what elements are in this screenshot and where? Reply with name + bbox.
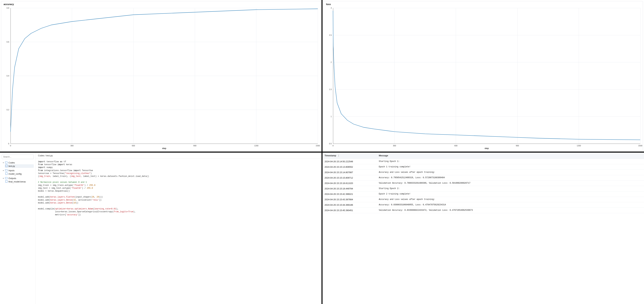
file-tree: ▾Codestest.py▾Inputsmodel_config▾Outputs… bbox=[2, 161, 34, 184]
log-timestamp: 2024-04-26 15:15:14.807887 bbox=[322, 170, 377, 175]
file-item[interactable]: test.py bbox=[5, 164, 34, 168]
code-line: # Normalize pixel values between 0 and 1 bbox=[38, 181, 319, 184]
svg-text:1200: 1200 bbox=[577, 144, 581, 147]
svg-text:1500: 1500 bbox=[638, 144, 642, 147]
svg-text:0.2: 0.2 bbox=[6, 109, 9, 111]
svg-text:3: 3 bbox=[331, 7, 332, 9]
accuracy-chart-svg[interactable]: 00.20.40.60.8030060090012001500step bbox=[1, 6, 320, 150]
file-label: final_model.keras bbox=[8, 180, 26, 183]
code-line: img_test = img_test.astype('float32') / … bbox=[38, 187, 319, 190]
folder-icon bbox=[5, 169, 8, 172]
svg-text:600: 600 bbox=[454, 144, 458, 147]
log-header-ts-label: Timestamp bbox=[324, 154, 336, 157]
code-area: Codes / test.py import tensorflow as tff… bbox=[36, 152, 322, 304]
folder-icon bbox=[5, 162, 8, 164]
log-message: Accuracy: 0.7958541512489319, Loss: 0.57… bbox=[377, 175, 644, 180]
code-line: img_train = img_train.astype('float32') … bbox=[38, 184, 319, 187]
svg-text:1500: 1500 bbox=[316, 144, 320, 147]
loss-chart-title: loss bbox=[324, 1, 643, 6]
log-message: Epoch 1 training complete! bbox=[377, 164, 644, 170]
svg-text:0: 0 bbox=[10, 144, 11, 147]
file-sidebar: ▾Codestest.py▾Inputsmodel_config▾Outputs… bbox=[0, 152, 36, 304]
log-row[interactable]: 2024-04-26 15:15:45.390451Validation Acc… bbox=[322, 208, 644, 213]
log-row[interactable]: 2024-04-26 15:14:50.222548Starting Epoch… bbox=[322, 159, 644, 164]
file-icon bbox=[6, 180, 8, 183]
code-panel: ▾Codestest.py▾Inputsmodel_config▾Outputs… bbox=[0, 152, 322, 304]
log-row[interactable]: 2024-04-26 15:15:14.807887Accuracy and L… bbox=[322, 170, 644, 175]
svg-text:600: 600 bbox=[132, 144, 135, 147]
log-timestamp: 2024-04-26 15:15:43.387664 bbox=[322, 197, 377, 202]
code-line: import tensorflow as tf bbox=[38, 160, 319, 163]
code-line: (img_train, label_train), (img_test, lab… bbox=[38, 175, 319, 178]
log-row[interactable]: 2024-04-26 15:15:15.809712Accuracy: 0.79… bbox=[322, 175, 644, 180]
log-header-msg-label: Message bbox=[379, 154, 388, 157]
log-message: Validation Accuracy: 0.8336666822433472,… bbox=[377, 208, 644, 213]
log-timestamp: 2024-04-26 15:15:45.390451 bbox=[322, 208, 377, 213]
svg-text:2.5: 2.5 bbox=[329, 34, 332, 36]
svg-text:0.4: 0.4 bbox=[6, 75, 9, 77]
code-line: model = keras.Sequential() bbox=[38, 190, 319, 192]
file-icon bbox=[6, 172, 8, 175]
code-line: from integrations.tensorflow import Tens… bbox=[38, 169, 319, 172]
svg-text:300: 300 bbox=[70, 144, 74, 147]
file-item[interactable]: final_model.keras bbox=[5, 180, 34, 184]
log-row[interactable]: 2024-04-26 15:15:42.386021Epoch 2 traini… bbox=[322, 192, 644, 197]
log-row[interactable]: 2024-04-26 15:15:18.449784Starting Epoch… bbox=[322, 186, 644, 192]
code-line: model.add(keras.layers.Flatten(input_sha… bbox=[38, 196, 319, 198]
file-item[interactable]: model_config bbox=[5, 172, 34, 176]
log-body[interactable]: 2024-04-26 15:14:50.222548Starting Epoch… bbox=[322, 159, 644, 304]
svg-text:step: step bbox=[162, 147, 166, 150]
log-header-message[interactable]: Message bbox=[377, 152, 644, 159]
svg-text:0.6: 0.6 bbox=[6, 41, 9, 43]
accuracy-chart-panel: accuracy 00.20.40.60.8030060090012001500… bbox=[0, 0, 322, 152]
svg-text:2: 2 bbox=[331, 61, 332, 63]
code-line: metrics=['accuracy']) bbox=[38, 214, 319, 216]
folder-inputs[interactable]: ▾Inputs bbox=[2, 169, 34, 172]
folder-codes[interactable]: ▾Codes bbox=[2, 161, 34, 164]
log-row[interactable]: 2024-04-26 15:15:16.811020Validation Acc… bbox=[322, 180, 644, 186]
file-label: model_config bbox=[8, 172, 22, 175]
breadcrumb: Codes / test.py bbox=[36, 152, 322, 159]
chevron-down-icon: ▾ bbox=[2, 170, 4, 172]
log-header-timestamp[interactable]: Timestamp ⋮ bbox=[322, 152, 377, 159]
log-message: Starting Epoch 1: bbox=[377, 159, 644, 164]
log-message: Accuracy and Loss values after epoch tra… bbox=[377, 197, 644, 202]
log-row[interactable]: 2024-04-26 15:15:13.806552Epoch 1 traini… bbox=[322, 164, 644, 170]
svg-text:0.5: 0.5 bbox=[329, 142, 332, 144]
svg-text:300: 300 bbox=[393, 144, 396, 147]
svg-text:0: 0 bbox=[8, 142, 9, 144]
svg-text:1.5: 1.5 bbox=[329, 88, 332, 90]
code-line: import numpy bbox=[38, 166, 319, 169]
log-timestamp: 2024-04-26 15:15:18.449784 bbox=[322, 186, 377, 191]
folder-label: Outputs bbox=[8, 177, 16, 180]
code-line: model.add(keras.layers.Dense(32, activat… bbox=[38, 199, 319, 202]
code-viewer[interactable]: import tensorflow as tffrom tensorflow i… bbox=[36, 159, 322, 304]
log-row[interactable]: 2024-04-26 15:15:44.389186Accuracy: 0.83… bbox=[322, 202, 644, 208]
vertical-dots-icon[interactable]: ⋮ bbox=[338, 154, 340, 157]
loss-chart-panel: loss 0.511.522.53030060090012001500step bbox=[322, 0, 644, 152]
svg-text:900: 900 bbox=[516, 144, 519, 147]
log-row[interactable]: 2024-04-26 15:15:43.387664Accuracy and L… bbox=[322, 197, 644, 202]
folder-icon bbox=[5, 177, 8, 180]
code-line: from tensorflow import keras bbox=[38, 163, 319, 166]
loss-chart-svg[interactable]: 0.511.522.53030060090012001500step bbox=[324, 6, 643, 150]
folder-label: Inputs bbox=[8, 169, 14, 172]
log-message: Accuracy: 0.8300833106040955, Loss: 0.47… bbox=[377, 202, 644, 208]
code-line bbox=[38, 193, 319, 196]
log-timestamp: 2024-04-26 15:15:16.811020 bbox=[322, 180, 377, 186]
search-input[interactable] bbox=[2, 155, 34, 159]
log-timestamp: 2024-04-26 15:15:15.809712 bbox=[322, 175, 377, 180]
log-header: Timestamp ⋮ Message bbox=[322, 152, 644, 159]
log-message: Accuracy and Loss values after epoch tra… bbox=[377, 170, 644, 175]
log-message: Validation Accuracy: 0.7888333201408386,… bbox=[377, 180, 644, 186]
log-timestamp: 2024-04-26 15:15:42.386021 bbox=[322, 192, 377, 197]
log-timestamp: 2024-04-26 15:15:44.389186 bbox=[322, 202, 377, 208]
folder-outputs[interactable]: ▾Outputs bbox=[2, 177, 34, 180]
svg-text:900: 900 bbox=[193, 144, 196, 147]
svg-text:0.8: 0.8 bbox=[6, 7, 9, 9]
code-line bbox=[38, 178, 319, 181]
code-line: loss=keras.losses.SparseCategoricalCross… bbox=[38, 210, 319, 213]
loss-chart-card: loss 0.511.522.53030060090012001500step bbox=[324, 1, 643, 150]
svg-text:0: 0 bbox=[332, 144, 334, 147]
log-timestamp: 2024-04-26 15:15:13.806552 bbox=[322, 164, 377, 170]
